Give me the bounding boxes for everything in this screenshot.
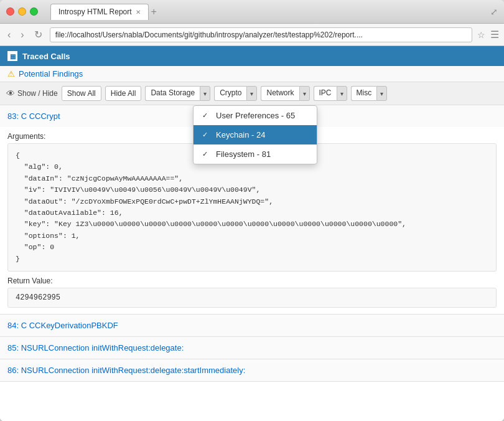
back-button[interactable]: ‹ [5,28,13,42]
data-storage-arrow[interactable]: ▾ [200,86,210,101]
network-arrow[interactable]: ▾ [299,86,310,101]
dropdown-item-label: Filesystem - 81 [216,149,271,159]
main-scroll-area[interactable]: ✓ User Preferences - 65 ✓ Keychain - 24 … [0,105,504,421]
fullscreen-button[interactable] [30,7,38,16]
call-header-84[interactable]: 84: C CCKeyDerivationPBKDF [0,315,504,336]
call-title-84: 84: C CCKeyDerivationPBKDF [7,321,118,330]
resize-icon: ⤢ [490,7,498,17]
call-title-86: 86: NSURLConnection initWithRequest:dele… [7,366,245,375]
crypto-dropdown[interactable]: Crypto ▾ [214,86,257,101]
traced-icon: ▦ [7,51,17,61]
data-storage-label[interactable]: Data Storage [145,86,200,101]
eye-icon: 👁 [6,88,15,98]
warning-icon: ⚠ [7,69,15,78]
refresh-button[interactable]: ↻ [32,27,45,42]
show-hide-label: Show / Hide [17,89,58,98]
traffic-lights [6,7,38,16]
data-storage-dropdown[interactable]: Data Storage ▾ [145,86,210,101]
hide-all-button[interactable]: Hide All [105,86,142,101]
misc-dropdown[interactable]: Misc ▾ [351,86,388,101]
call-title-83: 83: C CCCrypt [7,111,60,121]
show-all-button[interactable]: Show All [62,86,101,101]
crypto-dropdown-menu: ✓ User Preferences - 65 ✓ Keychain - 24 … [193,105,317,164]
return-value-83: 4294962995 [7,288,497,308]
titlebar: Introspy HTML Report ✕ + ⤢ [0,0,504,24]
traced-calls-header: ▦ Traced Calls [0,46,504,66]
tab-title: Introspy HTML Report [58,7,132,16]
dropdown-item-keychain[interactable]: ✓ Keychain - 24 [194,125,317,144]
forward-button[interactable]: › [18,28,26,42]
check-icon-filesystem: ✓ [202,150,211,158]
misc-label[interactable]: Misc [351,86,377,101]
potential-findings-bar: ⚠ Potential Findings [0,66,504,82]
dropdown-item-label: Keychain - 24 [216,130,266,140]
check-icon-keychain: ✓ [202,131,211,139]
dropdown-item-user-preferences[interactable]: ✓ User Preferences - 65 [194,106,317,125]
call-entry-84: 84: C CCKeyDerivationPBKDF [0,315,504,337]
menu-icon[interactable]: ☰ [490,29,499,40]
crypto-arrow[interactable]: ▾ [246,86,257,101]
minimize-button[interactable] [18,7,26,16]
show-hide-toggle[interactable]: 👁 Show / Hide [6,88,58,98]
url-input[interactable] [50,27,472,42]
filter-toolbar: 👁 Show / Hide Show All Hide All Data Sto… [0,82,504,105]
misc-arrow[interactable]: ▾ [376,86,387,101]
return-label-83: Return Value: [7,277,497,285]
call-title-85: 85: NSURLConnection initWithRequest:dele… [7,343,184,352]
dropdown-item-label: User Preferences - 65 [216,111,295,120]
call-entry-86: 86: NSURLConnection initWithRequest:dele… [0,359,504,382]
ipc-arrow[interactable]: ▾ [337,86,347,101]
call-header-86[interactable]: 86: NSURLConnection initWithRequest:dele… [0,359,504,381]
app-window: Introspy HTML Report ✕ + ⤢ ‹ › ↻ ☆ ☰ ▦ T… [0,0,504,421]
potential-findings-link[interactable]: Potential Findings [19,69,83,78]
ipc-dropdown[interactable]: IPC ▾ [314,86,347,101]
network-label[interactable]: Network [261,86,299,101]
close-button[interactable] [6,7,14,16]
traced-calls-label: Traced Calls [22,52,70,61]
new-tab-button[interactable]: + [151,6,157,17]
dropdown-item-filesystem[interactable]: ✓ Filesystem - 81 [194,144,317,164]
bookmark-icon[interactable]: ☆ [477,30,485,40]
urlbar: ‹ › ↻ ☆ ☰ [0,24,504,46]
check-icon-user-preferences: ✓ [202,111,211,120]
main-content: ▦ Traced Calls ⚠ Potential Findings 👁 Sh… [0,46,504,421]
browser-tab[interactable]: Introspy HTML Report ✕ [50,4,149,20]
ipc-label[interactable]: IPC [314,86,337,101]
tab-bar: Introspy HTML Report ✕ + [50,4,484,20]
call-entry-85: 85: NSURLConnection initWithRequest:dele… [0,337,504,359]
network-dropdown[interactable]: Network ▾ [261,86,309,101]
crypto-label[interactable]: Crypto [214,86,246,101]
call-header-85[interactable]: 85: NSURLConnection initWithRequest:dele… [0,337,504,359]
tab-close-button[interactable]: ✕ [136,9,141,16]
